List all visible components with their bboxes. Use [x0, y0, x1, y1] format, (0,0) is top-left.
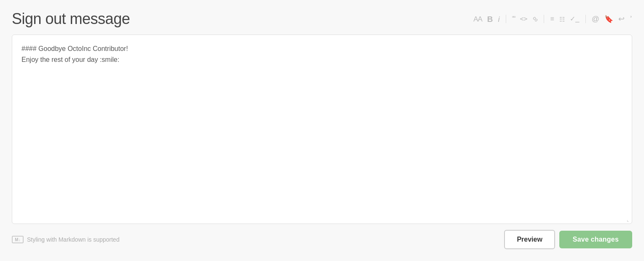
- bookmark-icon[interactable]: 🔖: [604, 16, 613, 23]
- ordered-list-icon[interactable]: ☷: [559, 16, 565, 22]
- save-changes-button[interactable]: Save changes: [559, 231, 632, 248]
- toolbar-divider-3: [585, 15, 586, 23]
- toolbar-misc-group: @ 🔖 ↩︐: [592, 15, 632, 23]
- preview-button[interactable]: Preview: [504, 230, 555, 249]
- toolbar-divider-1: [506, 15, 506, 23]
- unordered-list-icon[interactable]: ≡: [550, 16, 554, 22]
- italic-icon[interactable]: i: [498, 15, 500, 23]
- toolbar-list-group: ≡ ☷ ✓⎯: [550, 16, 579, 22]
- mention-icon[interactable]: @: [592, 15, 599, 23]
- page-header: Sign out message AA B i ““ <> ∞ ≡ ☷ ✓⎯ @…: [12, 10, 632, 28]
- markdown-icon: M↓: [12, 236, 24, 243]
- resize-handle[interactable]: ⌞: [625, 217, 631, 223]
- undo-icon[interactable]: ↩︐: [618, 15, 632, 23]
- bold-icon[interactable]: B: [487, 15, 493, 23]
- editor-footer: M↓ Styling with Markdown is supported Pr…: [12, 230, 632, 249]
- task-list-icon[interactable]: ✓⎯: [570, 16, 580, 22]
- page-title: Sign out message: [12, 10, 130, 28]
- editor-toolbar: AA B i ““ <> ∞ ≡ ☷ ✓⎯ @ 🔖 ↩︐: [473, 15, 632, 23]
- footer-actions: Preview Save changes: [504, 230, 632, 249]
- font-size-icon[interactable]: AA: [473, 16, 482, 23]
- toolbar-divider-2: [544, 15, 544, 23]
- markdown-hint-text: Styling with Markdown is supported: [27, 236, 119, 243]
- markdown-hint: M↓ Styling with Markdown is supported: [12, 236, 119, 243]
- link-icon[interactable]: ∞: [531, 14, 540, 24]
- editor-container: #### Goodbye OctoInc Contributor! Enjoy …: [12, 35, 632, 224]
- toolbar-insert-group: ““ <> ∞: [512, 15, 538, 23]
- message-editor[interactable]: #### Goodbye OctoInc Contributor! Enjoy …: [12, 35, 632, 224]
- blockquote-icon[interactable]: ““: [512, 16, 515, 22]
- code-icon[interactable]: <>: [520, 16, 527, 22]
- toolbar-text-format-group: AA B i: [473, 15, 500, 23]
